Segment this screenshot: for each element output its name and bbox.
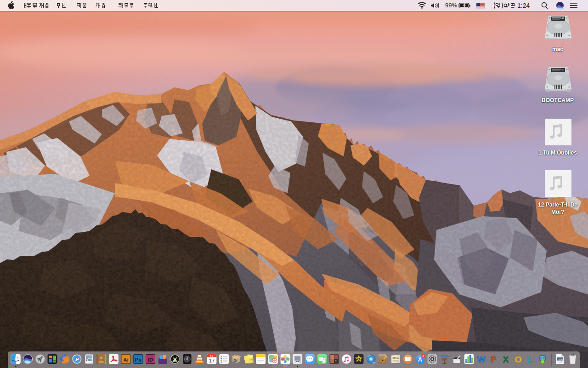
svg-text:Psys: Psys bbox=[251, 359, 254, 361]
svg-text:6월: 6월 bbox=[210, 355, 213, 357]
svg-text:O: O bbox=[515, 355, 522, 364]
svg-text:PDF: PDF bbox=[559, 362, 562, 364]
svg-text:ID: ID bbox=[148, 357, 153, 362]
svg-text:X: X bbox=[503, 355, 509, 364]
svg-text:17: 17 bbox=[209, 358, 215, 363]
svg-text:W: W bbox=[477, 355, 486, 364]
svg-text:Ai: Ai bbox=[124, 357, 129, 362]
svg-text:1:24: 1:24 bbox=[517, 2, 530, 9]
svg-text:Ps: Ps bbox=[135, 357, 141, 362]
svg-text:P: P bbox=[491, 355, 497, 364]
svg-text:L: L bbox=[527, 355, 533, 364]
svg-text:99%: 99% bbox=[445, 2, 457, 9]
